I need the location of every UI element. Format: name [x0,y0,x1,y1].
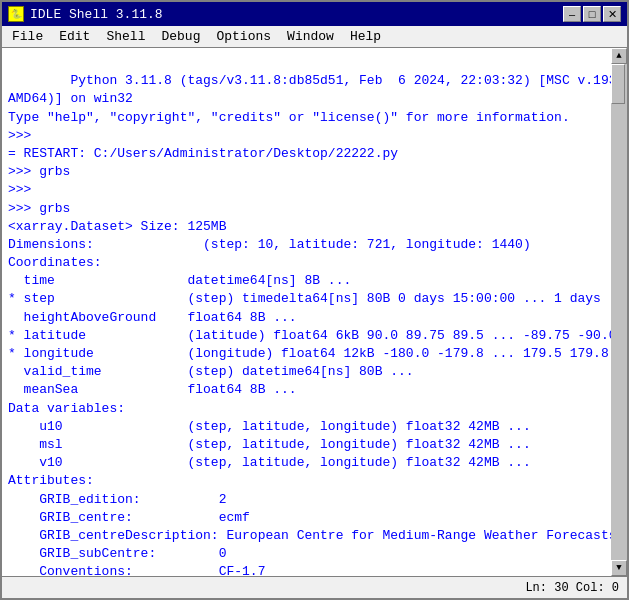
prompt-grbs2: >>> grbs [8,201,70,216]
shell-output[interactable]: Python 3.11.8 (tags/v3.11.8:db85d51, Feb… [2,48,611,576]
menu-item-help[interactable]: Help [342,27,389,46]
xarray-size: <xarray.Dataset> Size: 125MB [8,219,226,234]
minimize-button[interactable]: – [563,6,581,22]
python-help: Type "help", "copyright", "credits" or "… [8,110,570,125]
menu-item-file[interactable]: File [4,27,51,46]
var-u10: u10 (step, latitude, longitude) float32 … [8,419,531,434]
python-version-line: Python 3.11.8 (tags/v3.11.8:db85d51, Feb… [70,73,611,88]
menu-item-options[interactable]: Options [208,27,279,46]
close-button[interactable]: ✕ [603,6,621,22]
menu-item-window[interactable]: Window [279,27,342,46]
title-bar: 🐍 IDLE Shell 3.11.8 – □ ✕ [2,2,627,26]
prompt-blank1: >>> [8,128,39,143]
maximize-button[interactable]: □ [583,6,601,22]
scroll-track[interactable] [611,64,627,560]
coord-time: time datetime64[ns] 8B ... [8,273,351,288]
menu-bar: FileEditShellDebugOptionsWindowHelp [2,26,627,48]
attr-grib-edition: GRIB_edition: 2 [8,492,226,507]
coord-step: * step (step) timedelta64[ns] 80B 0 days… [8,291,611,306]
attr-grib-subcentre: GRIB_subCentre: 0 [8,546,226,561]
coord-valid-time: valid_time (step) datetime64[ns] 80B ... [8,364,414,379]
restart-line: = RESTART: C:/Users/Administrator/Deskto… [8,146,398,161]
coordinates-header: Coordinates: [8,255,102,270]
status-text: Ln: 30 Col: 0 [525,581,619,595]
menu-item-debug[interactable]: Debug [153,27,208,46]
attr-conventions: Conventions: CF-1.7 [8,564,265,576]
coord-longitude: * longitude (longitude) float64 12kB -18… [8,346,609,361]
attr-grib-centre: GRIB_centre: ecmf [8,510,250,525]
menu-item-shell[interactable]: Shell [98,27,153,46]
var-msl: msl (step, latitude, longitude) float32 … [8,437,531,452]
title-bar-left: 🐍 IDLE Shell 3.11.8 [8,6,163,22]
prompt-blank2: >>> [8,182,39,197]
coord-height: heightAboveGround float64 8B ... [8,310,297,325]
window-controls: – □ ✕ [563,6,621,22]
app-icon: 🐍 [8,6,24,22]
var-v10: v10 (step, latitude, longitude) float32 … [8,455,531,470]
menu-item-edit[interactable]: Edit [51,27,98,46]
data-variables-header: Data variables: [8,401,125,416]
shell-text: Python 3.11.8 (tags/v3.11.8:db85d51, Feb… [2,50,611,576]
status-bar: Ln: 30 Col: 0 [2,576,627,598]
scroll-up-button[interactable]: ▲ [611,48,627,64]
content-wrapper: Python 3.11.8 (tags/v3.11.8:db85d51, Feb… [2,48,627,576]
coord-latitude: * latitude (latitude) float64 6kB 90.0 8… [8,328,611,343]
attr-grib-centre-desc: GRIB_centreDescription: European Centre … [8,528,611,543]
window-title: IDLE Shell 3.11.8 [30,7,163,22]
prompt-grbs1: >>> grbs [8,164,70,179]
main-window: 🐍 IDLE Shell 3.11.8 – □ ✕ FileEditShellD… [0,0,629,600]
scroll-down-button[interactable]: ▼ [611,560,627,576]
coord-meansea: meanSea float64 8B ... [8,382,297,397]
attributes-header: Attributes: [8,473,94,488]
python-platform: AMD64)] on win32 [8,91,133,106]
scroll-thumb[interactable] [611,64,625,104]
dimensions: Dimensions: (step: 10, latitude: 721, lo… [8,237,531,252]
vertical-scrollbar[interactable]: ▲ ▼ [611,48,627,576]
